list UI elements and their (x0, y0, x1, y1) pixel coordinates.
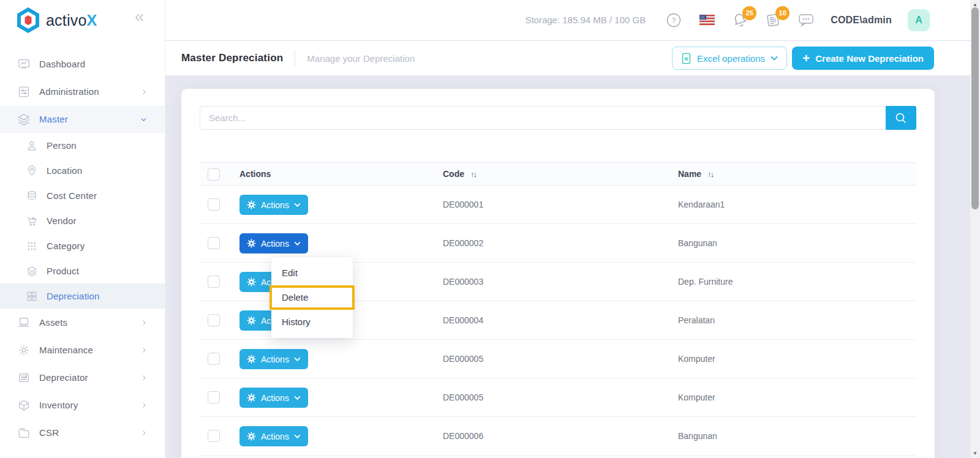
search-input[interactable] (200, 106, 886, 130)
gear-icon (247, 277, 256, 287)
sidebar-item-label: Vendor (47, 216, 77, 226)
table-row: ActionsDE000006Bangunan (200, 417, 916, 456)
row-checkbox[interactable] (208, 314, 220, 326)
dropdown-item-history[interactable]: History (271, 310, 353, 334)
sidebar-item-label: Master (39, 114, 68, 124)
assets-icon (17, 316, 31, 329)
excel-file-icon (681, 53, 692, 64)
page-title: Master Depreciation (181, 52, 283, 64)
sidebar-item-cost-center[interactable]: Cost Center (0, 183, 165, 208)
sidebar-item-depreciation[interactable]: Depreciation (0, 283, 165, 309)
row-name: Peralatan (678, 301, 715, 340)
row-checkbox[interactable] (208, 430, 220, 442)
row-code: DE000003 (443, 263, 483, 301)
row-actions-button[interactable]: Actions (239, 426, 308, 446)
chevron-right-icon (140, 88, 148, 96)
row-actions-button[interactable]: Actions (239, 388, 308, 408)
location-icon (26, 165, 38, 177)
dropdown-item-edit[interactable]: Edit (271, 261, 353, 285)
brand-name: activoX (46, 12, 97, 29)
avatar[interactable]: A (908, 9, 930, 31)
scrollbar-up-arrow[interactable]: ▲ (970, 2, 980, 7)
chevron-right-icon (140, 402, 148, 409)
search-button[interactable] (886, 106, 916, 130)
csr-icon (17, 426, 31, 440)
sidebar-item-inventory[interactable]: Inventory (0, 391, 165, 419)
create-new-depreciation-button[interactable]: + Create New Depreciation (792, 47, 934, 70)
language-flag-icon[interactable] (698, 12, 715, 29)
column-header-actions: Actions (239, 169, 271, 179)
excel-operations-button[interactable]: Excel operations (672, 47, 787, 70)
sidebar-item-csr[interactable]: CSR (0, 419, 165, 446)
row-name: Komputer (678, 340, 715, 378)
sidebar-item-label: Product (47, 266, 79, 276)
sidebar-item-dashboard[interactable]: Dashboard (0, 50, 165, 78)
row-actions-button[interactable]: Actions (239, 349, 308, 369)
sidebar-item-label: Location (47, 165, 82, 176)
sidebar-item-assets[interactable]: Assets (0, 309, 165, 336)
product-icon (26, 265, 38, 277)
row-code: DE000005 (443, 378, 483, 417)
row-actions-button[interactable]: Actions (239, 233, 308, 253)
title-divider (295, 50, 295, 66)
sidebar-item-person[interactable]: Person (0, 133, 165, 158)
gear-icon (247, 316, 256, 325)
row-actions-button[interactable]: Actions (239, 195, 308, 215)
row-checkbox[interactable] (208, 276, 220, 288)
row-code: DE000004 (443, 301, 483, 340)
sidebar-item-label: Dashboard (39, 59, 85, 69)
chat-icon[interactable] (797, 12, 815, 29)
chevron-down-icon (294, 396, 301, 400)
notifications-bell-icon[interactable]: 25 (731, 12, 748, 29)
row-checkbox[interactable] (208, 391, 220, 404)
sidebar-item-product[interactable]: Product (0, 258, 165, 283)
table-row: ActionsDE000005Komputer (200, 378, 916, 417)
vertical-scrollbar[interactable]: ▲ ▼ (970, 0, 980, 458)
sidebar-item-label: Administration (39, 86, 99, 97)
sidebar-item-administration[interactable]: Administration (0, 78, 165, 105)
row-code: DE000001 (443, 186, 483, 224)
row-code: DE000005 (443, 340, 483, 378)
depreciation-icon (26, 290, 38, 302)
chevron-down-icon (294, 434, 301, 438)
logo-row: activoX « (0, 0, 165, 40)
plus-icon: + (802, 51, 810, 64)
row-checkbox[interactable] (208, 353, 220, 365)
sidebar-item-master[interactable]: Master (0, 105, 165, 133)
dropdown-item-delete[interactable]: Delete (270, 285, 355, 310)
sidebar-item-location[interactable]: Location (0, 158, 165, 183)
help-icon[interactable]: ? (665, 12, 682, 29)
username[interactable]: CODE\admin (831, 15, 892, 26)
news-icon[interactable]: 10 (764, 12, 782, 29)
chevron-right-icon (140, 429, 148, 437)
chevron-down-icon (140, 115, 148, 123)
chevron-down-icon (771, 56, 778, 61)
column-header-name: Name↑↓ (678, 169, 713, 179)
column-header-code: Code↑↓ (443, 169, 476, 179)
row-checkbox[interactable] (208, 237, 220, 249)
sidebar-item-label: Assets (39, 317, 67, 328)
scrollbar-thumb[interactable] (971, 7, 979, 209)
gear-icon (247, 355, 256, 364)
sidebar-collapse-icon[interactable]: « (135, 9, 144, 25)
sidebar-item-label: Depreciation (47, 291, 100, 301)
dashboard-icon (17, 58, 31, 71)
row-code: DE000006 (443, 417, 483, 456)
chevron-right-icon (140, 347, 148, 354)
sidebar-item-label: Inventory (39, 400, 78, 410)
sidebar-item-vendor[interactable]: Vendor (0, 208, 165, 233)
search-icon (895, 112, 907, 124)
sidebar-item-category[interactable]: Category (0, 233, 165, 258)
select-all-checkbox[interactable] (208, 168, 220, 181)
sort-icon[interactable]: ↑↓ (470, 170, 476, 179)
gear-icon (247, 432, 256, 441)
sidebar-item-maintenance[interactable]: Maintenance (0, 336, 165, 364)
scrollbar-down-arrow[interactable]: ▼ (970, 451, 980, 456)
sidebar-item-label: Maintenance (39, 345, 93, 355)
chevron-down-icon (294, 241, 301, 246)
category-icon (26, 240, 38, 252)
row-checkbox[interactable] (208, 198, 220, 211)
page-subtitle: Manage your Depreciation (307, 53, 415, 64)
sort-icon[interactable]: ↑↓ (707, 170, 713, 179)
sidebar-item-depreciator[interactable]: Depreciator (0, 364, 165, 391)
